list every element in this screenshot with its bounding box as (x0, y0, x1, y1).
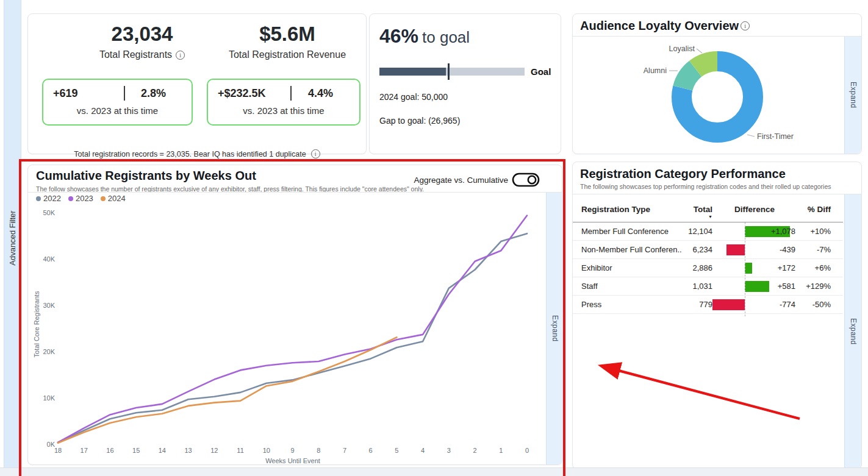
x-tick-label: 14 (159, 447, 166, 454)
table-expand-label: Expand (849, 318, 858, 345)
difference-zero-line (745, 222, 745, 316)
cell-difference: +172 (712, 259, 797, 277)
cell-registration-type: Staff (573, 282, 682, 291)
donut-label-connector (697, 49, 702, 53)
y-tick-label: 20K (43, 348, 55, 355)
col-registration-type: Registration Type (573, 205, 682, 218)
difference-value: +581 (778, 282, 795, 291)
revenue-delta-pct: 4.4% (292, 87, 350, 100)
y-tick-label: 30K (43, 302, 55, 309)
goal-progress-bar (379, 68, 525, 76)
difference-value: +1,078 (771, 227, 795, 236)
cell-difference: +1,078 (712, 222, 797, 241)
registrants-label: Total Registrants (99, 49, 172, 60)
registration-category-card: Registration Category Performance The fo… (572, 162, 862, 469)
goal-suffix: to goal (422, 28, 470, 46)
difference-value: -439 (780, 245, 795, 254)
goal-target-text: 2024 goal: 50,000 (379, 92, 448, 102)
revenue-label: Total Registration Revenue (229, 49, 346, 60)
x-tick-label: 4 (421, 447, 425, 454)
advanced-filter-rail[interactable]: Advanced Filter (4, 0, 21, 476)
registrants-value: 23,034 (66, 23, 218, 46)
cumulative-chart-card: Cumulative Registrants by Weeks Out The … (27, 165, 562, 465)
cell-registration-type: Press (573, 300, 682, 309)
loyalty-expand-label: Expand (849, 82, 858, 108)
divider (573, 194, 861, 194)
revenue-value: $5.6M (211, 23, 364, 46)
cell-pct-diff: -7% (797, 245, 832, 254)
registrants-stat: 23,034 Total Registrants (66, 23, 218, 60)
x-axis-title: Weeks Until Event (265, 457, 320, 464)
col-total-label: Total (694, 205, 712, 214)
loyalty-expand-button[interactable]: Expand (844, 37, 861, 154)
difference-value: +172 (778, 263, 795, 272)
goal-percent: 46% (379, 25, 418, 47)
table-row[interactable]: Non-Member Full Conferen...6,234-439-7% (573, 241, 843, 259)
info-icon[interactable] (311, 149, 320, 158)
table-row[interactable]: Member Full Conference12,104+1,078+10% (573, 222, 843, 241)
line-series-2023[interactable] (58, 216, 527, 442)
cumulative-line-chart[interactable]: 0K10K20K30K40K50K18171615141312111098765… (37, 201, 547, 466)
x-tick-label: 9 (290, 447, 294, 454)
loyalty-donut-chart[interactable]: First-TimerAlumniLoyalist (573, 37, 844, 154)
x-tick-label: 0 (525, 447, 529, 454)
registrants-delta-pct: 2.8% (125, 87, 182, 100)
table-header-row: Registration Type Total Difference % Dif… (573, 199, 843, 221)
table-row[interactable]: Exhibitor2,886+172+6% (573, 259, 843, 277)
line-series-2024[interactable] (58, 337, 396, 442)
goal-progress-fill (379, 68, 446, 76)
goal-gap-text: Gap to goal: (26,965) (379, 116, 460, 126)
divider (28, 192, 562, 193)
aggregate-cumulative-toggle[interactable] (512, 172, 540, 187)
cell-pct-diff: +6% (797, 263, 832, 272)
donut-label-alumni: Alumni (644, 66, 667, 75)
x-tick-label: 3 (447, 447, 451, 454)
x-tick-label: 8 (317, 447, 320, 454)
loyalty-title: Audience Loyalty Overview (580, 19, 739, 33)
revenue-stat: $5.6M Total Registration Revenue (211, 23, 364, 60)
y-tick-label: 40K (43, 255, 55, 263)
advanced-filter-label: Advanced Filter (8, 210, 17, 265)
cell-pct-diff: +10% (797, 227, 832, 236)
table-row[interactable]: Press779-774-50% (573, 296, 843, 314)
info-icon[interactable] (176, 51, 185, 60)
col-total-sortable[interactable]: Total (682, 205, 712, 218)
cell-total: 779 (682, 300, 712, 309)
revenue-delta: +$232.5K (218, 87, 290, 100)
table-row[interactable]: Staff1,031+581+129% (573, 277, 843, 296)
registrants-delta-box: +619 2.8% vs. 2023 at this time (42, 79, 193, 126)
table-body: Member Full Conference12,104+1,078+10%No… (573, 222, 843, 314)
x-tick-label: 17 (81, 447, 88, 454)
donut-label-connector (747, 135, 755, 137)
chart-expand-button[interactable]: Expand (546, 193, 563, 464)
cell-registration-type: Exhibitor (573, 263, 682, 272)
goal-progress-tick (448, 63, 450, 80)
duplicate-footnote: Total registration records = 23,035. Bea… (74, 150, 306, 158)
line-series-2022[interactable] (58, 233, 527, 442)
info-icon[interactable] (741, 21, 750, 30)
registrants-vs-label: vs. 2023 at this time (53, 105, 182, 116)
donut-label-loyalist: Loyalist (669, 44, 695, 53)
cell-difference: +581 (712, 277, 797, 296)
difference-bar (745, 281, 769, 292)
total-stats-card: 23,034 Total Registrants $5.6M Total Reg… (27, 13, 367, 154)
sort-descending-icon (682, 214, 712, 218)
x-tick-label: 12 (210, 447, 218, 454)
cell-total: 6,234 (682, 245, 712, 254)
revenue-delta-box: +$232.5K 4.4% vs. 2023 at this time (207, 79, 360, 126)
cell-registration-type: Member Full Conference (573, 227, 682, 236)
table-subtitle: The following showcases top performing r… (580, 183, 831, 190)
x-tick-label: 1 (499, 447, 503, 454)
bottom-strip (0, 467, 868, 476)
toggle-label: Aggregate vs. Cumulative (414, 176, 508, 185)
x-tick-label: 16 (106, 447, 113, 454)
cell-total: 1,031 (682, 282, 712, 291)
chart-title: Cumulative Registrants by Weeks Out (36, 169, 424, 183)
x-tick-label: 11 (237, 447, 243, 454)
x-tick-label: 2 (473, 447, 476, 454)
x-tick-label: 6 (369, 447, 373, 454)
difference-bar (712, 299, 745, 310)
table-expand-button[interactable]: Expand (844, 194, 861, 469)
goal-bar-label: Goal (531, 66, 551, 77)
registrants-delta: +619 (53, 87, 124, 100)
